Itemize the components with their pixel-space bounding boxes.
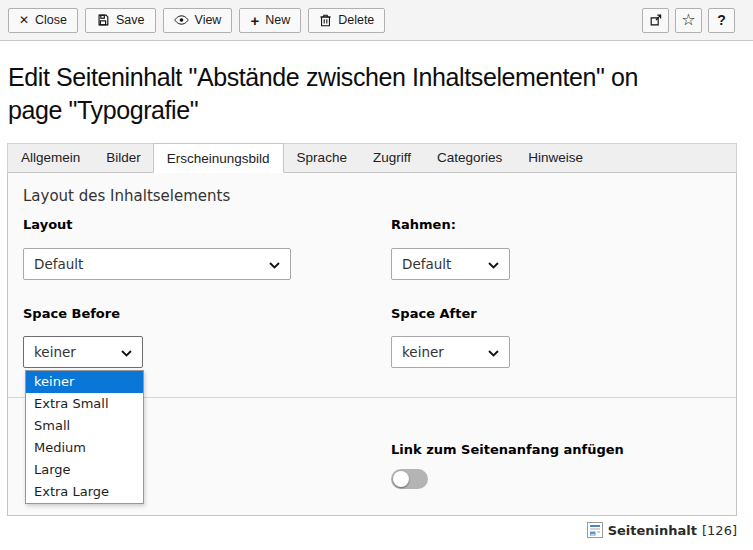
- space-before-select[interactable]: keiner: [23, 336, 143, 368]
- top-link-toggle[interactable]: [391, 469, 428, 489]
- help-button[interactable]: ?: [708, 8, 735, 33]
- space-before-dropdown: keiner Extra Small Small Medium Large Ex…: [25, 370, 144, 504]
- open-in-new-window-button[interactable]: [642, 8, 669, 33]
- close-icon: ✕: [19, 14, 29, 26]
- dropdown-option[interactable]: keiner: [26, 371, 143, 393]
- page-title: Edit Seiteninhalt "Abstände zwischen Inh…: [8, 61, 728, 127]
- rahmen-select[interactable]: Default: [391, 248, 510, 280]
- save-button[interactable]: Save: [85, 8, 156, 33]
- field-layout: Layout Default: [23, 217, 391, 280]
- open-in-new-window-icon: [649, 13, 663, 27]
- record-footer: Seiteninhalt [126]: [0, 522, 737, 538]
- star-icon: ☆: [681, 12, 695, 28]
- space-before-label: Space Before: [23, 306, 391, 321]
- field-rahmen: Rahmen: Default: [391, 217, 721, 280]
- tab-erscheinungsbild[interactable]: Erscheinungsbild: [153, 143, 284, 173]
- eye-icon: [174, 14, 189, 26]
- layout-label: Layout: [23, 217, 391, 232]
- plus-icon: +: [250, 13, 259, 28]
- tab-categories[interactable]: Categories: [424, 144, 515, 172]
- space-after-select[interactable]: keiner: [391, 336, 510, 368]
- chevron-down-icon: [488, 344, 499, 360]
- view-button[interactable]: View: [163, 8, 233, 33]
- dropdown-option[interactable]: Medium: [26, 437, 143, 459]
- toolbar-right-group: ☆ ?: [636, 8, 735, 33]
- tab-sprache[interactable]: Sprache: [284, 144, 360, 172]
- form-tabbar: Allgemein Bilder Erscheinungsbild Sprach…: [7, 143, 737, 173]
- top-link-label: Link zum Seitenanfang anfügen: [391, 442, 721, 457]
- dropdown-option[interactable]: Extra Large: [26, 481, 143, 503]
- toggle-knob: [393, 471, 409, 487]
- dropdown-option[interactable]: Extra Small: [26, 393, 143, 415]
- tab-allgemein[interactable]: Allgemein: [8, 144, 93, 172]
- tab-panel-erscheinungsbild: Layout des Inhaltselements Layout Defaul…: [7, 173, 737, 516]
- bookmark-star-button[interactable]: ☆: [675, 8, 702, 33]
- delete-button[interactable]: Delete: [308, 8, 385, 33]
- field-space-after: Space After keiner: [391, 306, 721, 368]
- close-button[interactable]: ✕ Close: [8, 8, 78, 33]
- tab-zugriff[interactable]: Zugriff: [360, 144, 424, 172]
- new-button[interactable]: + New: [239, 8, 301, 33]
- chevron-down-icon: [269, 256, 280, 272]
- record-type: Seiteninhalt: [608, 523, 697, 538]
- record-uid: [126]: [702, 523, 737, 538]
- trash-icon: [319, 13, 332, 27]
- help-icon: ?: [717, 13, 726, 27]
- tab-hinweise[interactable]: Hinweise: [515, 144, 596, 172]
- chevron-down-icon: [488, 256, 499, 272]
- dropdown-option[interactable]: Large: [26, 459, 143, 481]
- doc-toolbar: ✕ Close Save View + New: [0, 0, 753, 41]
- rahmen-label: Rahmen:: [391, 217, 721, 232]
- save-icon: [96, 13, 110, 27]
- section-title: Layout des Inhaltselements: [23, 187, 721, 205]
- content-element-icon: [587, 522, 603, 538]
- field-space-before: Space Before keiner keiner Extra Small S…: [23, 306, 391, 368]
- chevron-down-icon: [121, 344, 132, 360]
- field-top-link: Link zum Seitenanfang anfügen: [391, 442, 721, 489]
- space-after-label: Space After: [391, 306, 721, 321]
- tab-bilder[interactable]: Bilder: [93, 144, 154, 172]
- layout-select[interactable]: Default: [23, 248, 291, 280]
- dropdown-option[interactable]: Small: [26, 415, 143, 437]
